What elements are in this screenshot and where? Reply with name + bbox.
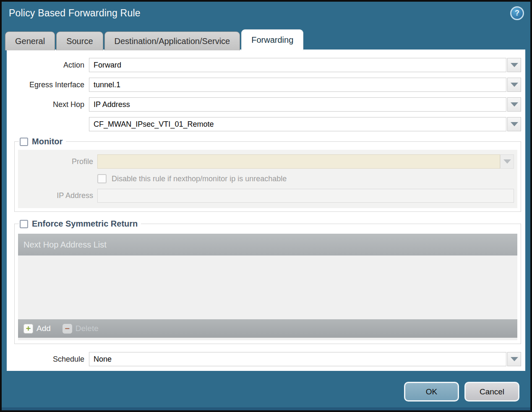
bottom-shade [2,407,530,410]
monitor-ip-label: IP Address [18,191,97,200]
chevron-down-icon [511,357,518,361]
plus-icon: + [23,324,33,334]
profile-label: Profile [18,157,97,166]
add-button-label: Add [37,324,51,333]
monitor-panel: Profile Disable this rule if nexthop/mon… [18,150,517,208]
disable-rule-row: Disable this rule if nexthop/monitor ip … [18,174,514,183]
symmetric-return-legend-label: Enforce Symmetric Return [32,219,138,229]
monitor-ip-input [97,189,514,203]
delete-button-label: Delete [76,324,99,333]
symmetric-return-legend: Enforce Symmetric Return [19,219,141,229]
monitor-ip-row: IP Address [18,189,514,203]
pbf-rule-dialog: Policy Based Forwarding Rule ? General S… [0,0,532,412]
tab-destination-application-service[interactable]: Destination/Application/Service [104,31,240,50]
table-bottom-strip [18,338,517,340]
table-footer: + Add − Delete [18,319,517,338]
next-hop-address-row: CF_MWAN_IPsec_VTI_01_Remote [7,117,521,131]
disable-rule-label: Disable this rule if nexthop/monitor ip … [112,175,287,183]
add-button[interactable]: + Add [23,324,51,334]
chevron-down-icon [503,159,511,164]
next-hop-label: Next Hop [7,100,89,109]
action-label: Action [7,61,89,70]
action-dropdown-button[interactable] [507,58,521,72]
schedule-dropdown-button[interactable] [507,352,521,366]
symmetric-return-section: Enforce Symmetric Return Next Hop Addres… [14,219,521,344]
chevron-down-icon [511,122,518,126]
schedule-select[interactable]: None [89,352,506,366]
chevron-down-icon [511,83,518,87]
minus-icon: − [63,324,72,334]
dialog-title: Policy Based Forwarding Rule [9,8,141,19]
chevron-down-icon [511,63,518,67]
chevron-down-icon [511,102,518,107]
next-hop-address-select[interactable]: CF_MWAN_IPsec_VTI_01_Remote [89,117,506,131]
tab-forwarding[interactable]: Forwarding [241,29,303,50]
forwarding-tab-panel: Action Forward Egress Interface tunnel.1… [7,50,525,371]
cancel-button[interactable]: Cancel [464,382,519,402]
help-icon[interactable]: ? [510,6,524,20]
action-select[interactable]: Forward [89,58,506,72]
dialog-actions: OK Cancel [404,382,519,402]
monitor-section: Monitor Profile Disable this rule if nex… [14,137,521,212]
egress-interface-dropdown-button[interactable] [507,78,521,92]
next-hop-address-dropdown-button[interactable] [507,117,521,131]
next-hop-address-list-table: Next Hop Address List + Add − Delete [18,234,517,340]
next-hop-type-select[interactable]: IP Address [89,97,506,112]
table-body-empty[interactable] [18,256,517,319]
table-header: Next Hop Address List [18,234,517,256]
disable-rule-checkbox [97,174,107,183]
next-hop-dropdown-button[interactable] [507,97,521,112]
schedule-row: Schedule None [7,352,521,366]
egress-interface-label: Egress Interface [7,81,89,89]
profile-row: Profile [18,154,514,169]
table-header-label: Next Hop Address List [23,240,107,250]
egress-interface-select[interactable]: tunnel.1 [89,78,506,92]
ok-button[interactable]: OK [404,382,459,402]
schedule-label: Schedule [7,355,89,364]
tab-bar: General Source Destination/Application/S… [5,29,303,50]
profile-select [97,154,500,169]
next-hop-row: Next Hop IP Address [7,97,521,112]
egress-interface-row: Egress Interface tunnel.1 [7,78,521,92]
profile-dropdown-button [500,154,514,169]
monitor-checkbox[interactable] [20,138,28,146]
tab-source[interactable]: Source [56,31,103,50]
delete-button: − Delete [63,324,99,334]
monitor-legend: Monitor [19,137,66,146]
symmetric-return-checkbox[interactable] [20,220,28,228]
tab-general[interactable]: General [5,31,55,50]
monitor-legend-label: Monitor [32,137,63,146]
action-row: Action Forward [7,58,521,72]
